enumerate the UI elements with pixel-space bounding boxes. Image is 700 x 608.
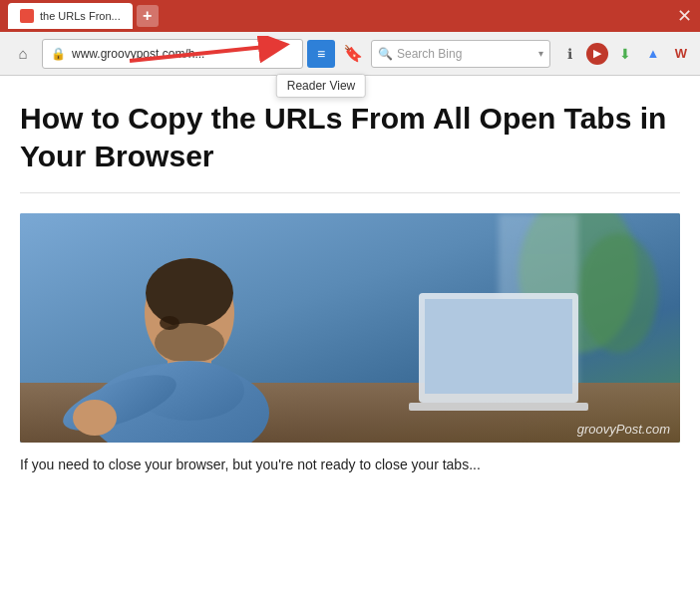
navigation-bar: ⌂ 🔒 www.groovypost.com/h... ≡ Reader Vie… <box>0 32 700 76</box>
url-text: www.groovypost.com/h... <box>72 47 294 61</box>
svg-rect-8 <box>425 299 572 394</box>
media-button[interactable]: ▶ <box>586 43 608 65</box>
tab-favicon <box>20 9 34 23</box>
watermark: groovyPost.com <box>577 422 670 437</box>
reader-view-container: ≡ Reader View <box>307 40 335 68</box>
home-button[interactable]: ⌂ <box>8 39 38 69</box>
article-title: How to Copy the URLs From All Open Tabs … <box>20 100 680 193</box>
svg-rect-9 <box>409 403 588 411</box>
content-area: How to Copy the URLs From All Open Tabs … <box>0 76 700 491</box>
svg-point-15 <box>146 258 233 328</box>
info-icon: ℹ <box>567 46 572 62</box>
toolbar-icons: ℹ ▶ ⬇ ▲ W <box>558 43 692 65</box>
svg-point-4 <box>578 233 658 353</box>
search-bar[interactable]: 🔍 Search Bing ▾ <box>371 40 550 68</box>
office-button[interactable]: W <box>670 43 692 65</box>
bookmark-button[interactable]: 🔖 <box>339 40 367 68</box>
tab-area: the URLs Fron... + <box>8 3 159 29</box>
drive-icon: ▲ <box>647 46 660 61</box>
office-icon: W <box>675 46 687 61</box>
download-icon: ⬇ <box>619 46 631 62</box>
article-excerpt: If you need to close your browser, but y… <box>20 455 680 475</box>
reader-view-tooltip: Reader View <box>276 74 366 98</box>
tab-label: the URLs Fron... <box>40 10 121 22</box>
bookmark-icon: 🔖 <box>343 44 363 63</box>
download-button[interactable]: ⬇ <box>614 43 636 65</box>
new-tab-button[interactable]: + <box>137 5 159 27</box>
search-icon: 🔍 <box>378 47 393 61</box>
reader-view-icon: ≡ <box>317 46 325 62</box>
browser-tab[interactable]: the URLs Fron... <box>8 3 133 29</box>
home-icon: ⌂ <box>18 45 27 62</box>
svg-point-21 <box>160 316 179 330</box>
info-button[interactable]: ℹ <box>558 43 580 65</box>
title-bar: the URLs Fron... + ✕ <box>0 0 700 32</box>
article-photo <box>20 213 680 443</box>
search-dropdown-icon[interactable]: ▾ <box>538 48 543 59</box>
svg-point-20 <box>73 400 117 436</box>
close-window-button[interactable]: ✕ <box>677 5 692 27</box>
article-image: groovyPost.com <box>20 213 680 443</box>
play-icon: ▶ <box>593 47 601 60</box>
drive-button[interactable]: ▲ <box>642 43 664 65</box>
lock-icon: 🔒 <box>51 47 66 61</box>
tooltip-text: Reader View <box>287 79 355 93</box>
address-bar[interactable]: 🔒 www.groovypost.com/h... <box>42 39 303 69</box>
search-placeholder: Search Bing <box>397 47 534 61</box>
reader-view-button[interactable]: ≡ <box>307 40 335 68</box>
